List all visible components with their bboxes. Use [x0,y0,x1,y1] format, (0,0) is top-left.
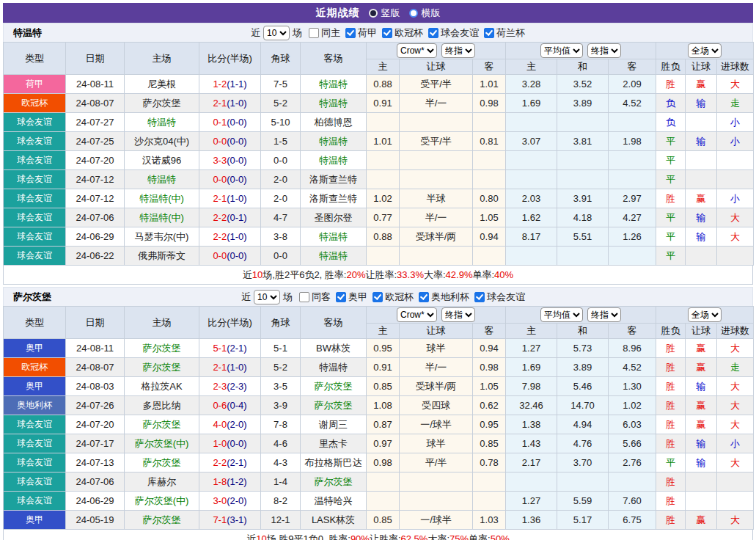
result-handicap [686,151,717,170]
results-section: 特温特近10场同主荷甲欧冠杯球会友谊荷兰杯类型日期主场比分(半场)角球客场Cro… [3,23,753,285]
odds-away: 1.01 [473,75,506,94]
odds-source-select[interactable]: Crow* [397,43,437,58]
odds-source-select[interactable]: 终指 [441,43,475,58]
summary-segment: 让胜率: [365,269,397,282]
match-row: 奥甲24-05-19萨尔茨堡7-1(3-1)12-1LASK林茨0.85一/球半… [4,511,754,530]
score: 2-3(2-3) [199,377,261,396]
avg-away: 2.97 [609,189,656,208]
avg-source-select[interactable]: 平均值 [540,307,583,322]
result-wdl: 胜 [656,75,686,94]
record-summary: 近10场,胜2平6负2, 胜率:20% 让胜率:33.3% 大率:42.9% 单… [3,266,753,285]
avg-draw [557,151,609,170]
recent-count-select[interactable]: 10 [263,26,290,40]
summary-segment: 单率: [469,533,491,540]
team-name: 特温特 [13,26,42,40]
same-venue-checkbox[interactable] [309,28,319,38]
same-venue-checkbox[interactable] [299,292,309,302]
odds-handicap [400,151,473,170]
half-time-score: (1-0) [227,362,246,373]
home-team: 特温特 [125,113,199,132]
scope-select[interactable]: 全场 [688,307,722,322]
odds-handicap: 一/球半 [400,511,473,530]
same-venue-label: 同客 [312,291,331,304]
corners: 4-3 [261,453,301,472]
avg-draw [557,472,609,492]
match-date: 24-08-07 [66,94,125,113]
match-date: 24-07-12 [66,170,125,189]
league-checkbox[interactable] [336,292,346,302]
away-team: 洛斯查兰特 [301,189,367,208]
avg-away: 7.60 [609,492,656,511]
league-checkbox[interactable] [484,28,494,38]
league-label: 荷兰杯 [496,26,525,40]
home-team: 俄弗斯蒂文 [125,247,199,266]
section-header-bar: 萨尔茨堡近10场同客奥甲欧冠杯奥地利杯球会友谊 [3,287,753,306]
away-team: 洛斯查兰特 [301,170,367,189]
avg-source-select[interactable]: 终指 [587,43,621,58]
result-wdl: 平 [656,247,686,266]
odds-source-select[interactable]: 终指 [441,307,475,322]
odds-home: 1.01 [367,132,400,151]
type-badge: 球会友谊 [4,434,66,453]
full-time-score: 0-0 [213,174,227,185]
layout-option-horizontal[interactable]: 横版 [409,7,441,20]
half-time-score: (2-0) [227,419,246,430]
match-row: 球会友谊24-07-20萨尔茨堡4-0(2-0)7-8谢周三0.87一/球半0.… [4,415,754,434]
sub-column-header: 和 [557,59,609,75]
vertical-radio-icon[interactable] [369,9,378,18]
half-time-score: (0-4) [227,400,246,411]
odds-source-select[interactable]: Crow* [397,307,437,322]
odds-home: 0.91 [367,94,400,113]
scope-select[interactable]: 全场 [688,43,722,58]
odds-handicap: 半/一 [400,358,473,377]
result-goals: 大 [717,453,754,472]
full-time-score: 2-1 [213,362,227,373]
score: 2-2(1-0) [199,227,261,247]
odds-away: 0.80 [473,189,506,208]
full-time-score: 2-3 [213,381,227,392]
odds-handicap: 半/一 [400,94,473,113]
sub-column-header: 胜负 [656,59,686,75]
result-goals [717,247,754,266]
odds-handicap: 平/半 [400,453,473,472]
odds-home [367,113,400,132]
recent-count-select[interactable]: 10 [254,290,280,304]
league-checkbox[interactable] [382,28,392,38]
result-wdl: 胜 [656,511,686,530]
result-goals: 大 [717,415,754,434]
avg-home [506,247,557,266]
result-handicap: 输 [686,453,717,472]
avg-home [506,170,557,189]
corners: 5-1 [261,339,301,358]
league-checkbox[interactable] [428,28,438,38]
odds-away [473,472,506,492]
odds-handicap: 半/一 [400,208,473,227]
result-wdl: 胜 [656,339,686,358]
type-badge: 欧冠杯 [4,358,66,377]
odds-away: 0.81 [473,132,506,151]
result-handicap: 赢 [686,511,717,530]
type-badge: 球会友谊 [4,170,66,189]
full-time-score: 2-2 [213,212,227,223]
column-header: 日期 [66,307,125,339]
league-checkbox[interactable] [373,292,383,302]
layout-option-vertical[interactable]: 竖版 [369,7,400,20]
odds-home: 0.95 [367,339,400,358]
avg-source-select[interactable]: 终指 [587,307,621,322]
home-team: 特温特(中) [125,189,199,208]
result-handicap: 赢 [686,75,717,94]
result-wdl: 胜 [656,472,686,492]
league-checkbox[interactable] [474,292,485,302]
odds-handicap: 半球 [400,189,473,208]
avg-source-select[interactable]: 平均值 [540,43,583,58]
sub-column-header: 和 [557,324,609,339]
summary-segment: 大率: [427,533,449,540]
result-goals [717,151,754,170]
half-time-score: (0-0) [227,438,246,449]
match-date: 24-07-06 [66,472,125,492]
league-checkbox[interactable] [419,292,429,302]
away-team: 里杰卡 [301,434,367,453]
score: 0-6(0-4) [199,396,261,415]
horizontal-radio-icon[interactable] [409,9,418,18]
league-checkbox[interactable] [345,28,356,38]
